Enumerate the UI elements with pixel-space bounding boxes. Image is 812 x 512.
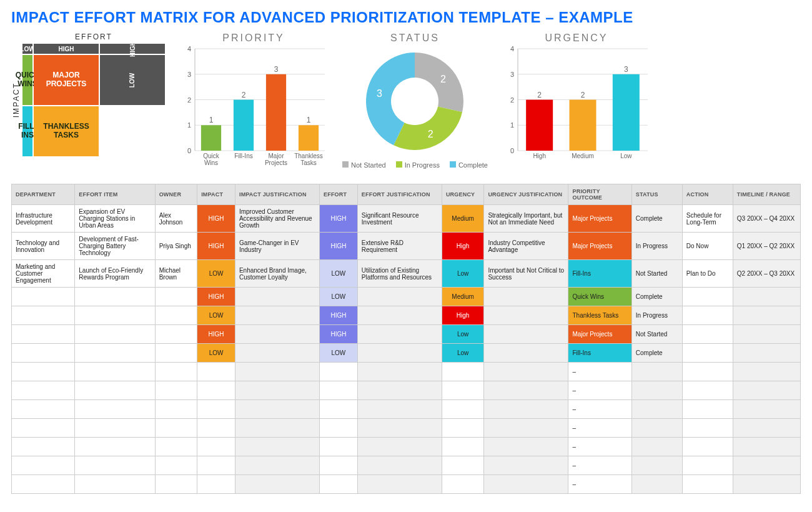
table-cell (682, 475, 733, 494)
table-row: Marketing and Customer EngagementLaunch … (12, 260, 801, 288)
matrix-cell-quick-wins: QUICK WINS (22, 55, 32, 105)
table-cell (75, 325, 155, 344)
table-cell (12, 288, 75, 306)
table-cell (235, 456, 319, 475)
table-cell (442, 456, 484, 475)
table-cell (75, 306, 155, 325)
table-cell (320, 419, 358, 438)
table-header: URGENCY JUSTIFICATION (484, 184, 568, 205)
table-header: OWNER (155, 184, 197, 205)
svg-text:2: 2 (440, 74, 446, 84)
status-legend: Not StartedIn ProgressComplete (342, 161, 488, 169)
status-chart: STATUS 223 Not StartedIn ProgressComplet… (342, 33, 488, 169)
table-cell (631, 400, 682, 419)
table-cell (484, 344, 568, 363)
matrix-hdr-effort-high: HIGH (34, 44, 99, 54)
svg-text:3: 3 (187, 71, 191, 78)
table-cell (357, 456, 442, 475)
table-cell (235, 400, 319, 419)
table-cell: – (568, 363, 631, 381)
table-cell (155, 381, 197, 400)
table-cell: Schedule for Long-Term (682, 205, 733, 233)
table-cell (682, 456, 733, 475)
table-cell (682, 288, 733, 306)
table-cell (235, 344, 319, 363)
table-cell: Marketing and Customer Engagement (12, 260, 75, 288)
table-cell (631, 475, 682, 494)
table-cell (484, 325, 568, 344)
table-cell (442, 400, 484, 419)
table-cell (155, 325, 197, 344)
table-cell (484, 419, 568, 438)
table-cell (484, 438, 568, 456)
table-cell (155, 400, 197, 419)
table-cell (155, 456, 197, 475)
svg-text:Major: Major (268, 153, 284, 159)
table-cell: Not Started (631, 325, 682, 344)
table-cell: Complete (631, 288, 682, 306)
table-cell: In Progress (631, 233, 682, 260)
table-cell (733, 363, 800, 381)
table-header: EFFORT (320, 184, 358, 205)
table-cell: HIGH (197, 288, 235, 306)
table-cell (197, 419, 235, 438)
table-row: Technology and InnovationDevelopment of … (12, 233, 801, 260)
table-cell: Infrastructure Development (12, 205, 75, 233)
table-cell (733, 381, 800, 400)
table-cell (75, 400, 155, 419)
matrix-cell-major-projects: MAJOR PROJECTS (34, 55, 99, 105)
table-cell: HIGH (197, 325, 235, 344)
table-header: EFFORT JUSTIFICATION (357, 184, 442, 205)
table-cell (442, 475, 484, 494)
bar (201, 125, 221, 151)
priority-chart-title: PRIORITY (179, 33, 329, 44)
table-cell (155, 438, 197, 456)
table-cell (12, 475, 75, 494)
matrix-cell-thankless-tasks: THANKLESS TASKS (34, 106, 99, 156)
svg-text:4: 4 (187, 45, 191, 53)
dashboard-row: EFFORT IMPACT LOW HIGH HIGH QUICK WINS M… (11, 33, 801, 175)
bar (526, 100, 553, 151)
table-cell (155, 363, 197, 381)
svg-text:2: 2 (242, 91, 246, 99)
table-cell (75, 344, 155, 363)
table-header: IMPACT JUSTIFICATION (235, 184, 319, 205)
table-cell (12, 381, 75, 400)
table-cell (155, 344, 197, 363)
table-cell (682, 363, 733, 381)
table-cell (682, 400, 733, 419)
table-cell: Quick Wins (568, 288, 631, 306)
table-header: STATUS (631, 184, 682, 205)
table-cell (631, 419, 682, 438)
table-cell (235, 325, 319, 344)
table-cell (442, 363, 484, 381)
table-cell (733, 306, 800, 325)
table-cell: Complete (631, 205, 682, 233)
table-header: DEPARTMENT (12, 184, 75, 205)
matrix-axis-effort: EFFORT (22, 33, 165, 43)
table-cell (235, 475, 319, 494)
table-cell (75, 419, 155, 438)
svg-text:Tasks: Tasks (300, 159, 317, 166)
svg-text:3: 3 (377, 88, 382, 99)
status-chart-title: STATUS (342, 33, 488, 44)
svg-text:2: 2 (581, 91, 585, 99)
table-cell: Launch of Eco-Friendly Rewards Program (75, 260, 155, 288)
urgency-chart: URGENCY 012342High2Medium3Low (502, 33, 651, 175)
table-cell (197, 456, 235, 475)
svg-text:High: High (533, 153, 546, 159)
table-cell: Major Projects (568, 205, 631, 233)
table-cell (357, 363, 442, 381)
table-cell (442, 419, 484, 438)
table-cell: LOW (320, 288, 358, 306)
svg-text:2: 2 (187, 96, 191, 104)
table-cell (733, 438, 800, 456)
table-cell: Q1 20XX – Q2 20XX (733, 233, 800, 260)
table-cell: HIGH (197, 233, 235, 260)
table-cell (235, 288, 319, 306)
table-cell (197, 475, 235, 494)
priority-chart: PRIORITY 012341QuickWins2Fill-Ins3MajorP… (179, 33, 329, 175)
matrix-hdr-impact-high: HIGH (100, 44, 165, 54)
table-cell: LOW (197, 260, 235, 288)
svg-text:2: 2 (510, 96, 514, 104)
